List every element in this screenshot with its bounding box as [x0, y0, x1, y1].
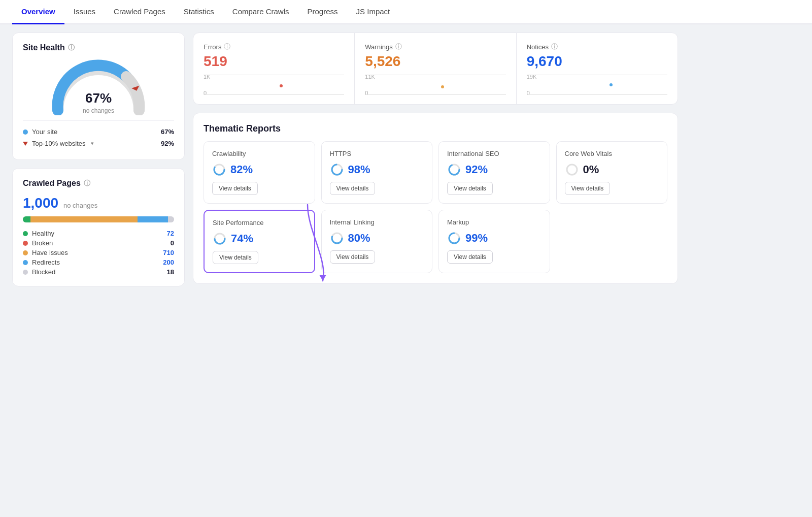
stat-notices: Notices ⓘ 9,670 19K 0 [517, 33, 678, 104]
main-layout: Site Health ⓘ 67% no changes [0, 24, 690, 295]
errors-dot [280, 84, 283, 87]
international-seo-name: International SEO [447, 150, 542, 157]
errors-value: 519 [204, 53, 344, 70]
core-web-vitals-circle-icon [565, 163, 579, 177]
report-https: HTTPS 98% View details [321, 141, 433, 204]
core-web-vitals-name: Core Web Vitals [565, 150, 659, 157]
top10-triangle-icon [23, 142, 28, 146]
broken-label: Broken [32, 239, 53, 247]
nav-item-progress[interactable]: Progress [298, 0, 347, 24]
markup-view-details[interactable]: View details [447, 250, 493, 264]
internal-linking-score-row: 80% [330, 231, 424, 245]
international-seo-circle-icon [447, 163, 461, 177]
notices-dot [610, 83, 613, 86]
nav-item-statistics[interactable]: Statistics [175, 0, 223, 24]
broken-value: 0 [171, 239, 174, 247]
https-circle-icon [330, 163, 344, 177]
internal-linking-circle-icon [330, 231, 344, 245]
international-seo-view-details[interactable]: View details [447, 182, 493, 195]
site-health-legend: Your site 67% Top-10% websites ▾ 92% [23, 120, 174, 149]
https-view-details[interactable]: View details [330, 182, 376, 195]
core-web-vitals-score: 0% [583, 163, 599, 176]
crawled-row-healthy: Healthy 72 [23, 230, 174, 237]
top10-value: 92% [161, 140, 174, 147]
nav-item-crawled-pages[interactable]: Crawled Pages [105, 0, 175, 24]
blocked-label: Blocked [32, 268, 55, 276]
blocked-value: 18 [167, 268, 174, 276]
crawled-legend: Healthy 72 Broken 0 Have issues [23, 230, 174, 276]
healthy-dot [23, 231, 28, 236]
issues-label: Have issues [32, 249, 68, 256]
report-empty-slot [556, 210, 668, 273]
issues-dot [23, 250, 28, 255]
top10-chevron-icon[interactable]: ▾ [91, 140, 94, 147]
markup-score-row: 99% [447, 231, 542, 245]
https-name: HTTPS [330, 150, 424, 157]
nav-item-js-impact[interactable]: JS Impact [347, 0, 399, 24]
warnings-chart: 11K 0 [365, 75, 505, 95]
reports-top-grid: Crawlability 82% View details HTTPS [204, 141, 667, 204]
report-internal-linking: Internal Linking 80% View details [321, 210, 433, 273]
report-markup: Markup 99% View details [438, 210, 550, 273]
errors-info-icon[interactable]: ⓘ [224, 42, 230, 51]
blocked-dot [23, 270, 28, 275]
warnings-line-top [365, 75, 505, 75]
your-site-label: Your site [32, 128, 57, 136]
gauge-container: 67% no changes [23, 59, 174, 115]
report-international-seo: International SEO 92% View details [438, 141, 550, 204]
notices-label: Notices [527, 43, 549, 51]
site-health-info-icon[interactable]: ⓘ [68, 43, 75, 52]
crawled-progress-bar [23, 216, 174, 222]
notices-line-bottom [527, 94, 667, 95]
crawlability-view-details[interactable]: View details [212, 182, 258, 195]
site-performance-circle-icon [213, 232, 227, 246]
internal-linking-name: Internal Linking [330, 218, 424, 226]
redirects-label: Redirects [32, 258, 60, 266]
nav-item-issues[interactable]: Issues [64, 0, 105, 24]
gauge-text: 67% no changes [83, 90, 114, 114]
site-performance-name: Site Performance [213, 219, 306, 227]
core-web-vitals-view-details[interactable]: View details [565, 182, 611, 195]
report-crawlability: Crawlability 82% View details [204, 141, 315, 204]
nav-item-compare-crawls[interactable]: Compare Crawls [223, 0, 298, 24]
stat-warnings: Warnings ⓘ 5,526 11K 0 [355, 33, 516, 104]
crawled-row-blocked: Blocked 18 [23, 268, 174, 276]
crawled-row-redirects: Redirects 200 [23, 258, 174, 266]
thematic-reports-section: Thematic Reports Crawlability 82% View d… [193, 113, 678, 284]
notices-chart: 19K 0 [527, 75, 667, 95]
crawled-row-broken: Broken 0 [23, 239, 174, 247]
report-site-performance: Site Performance 74% View details [204, 210, 315, 273]
site-performance-view-details[interactable]: View details [213, 251, 258, 264]
site-performance-score: 74% [231, 232, 253, 245]
warnings-info-icon[interactable]: ⓘ [395, 42, 402, 51]
errors-chart-bottom: 0 [204, 90, 207, 96]
legend-top10: Top-10% websites ▾ 92% [23, 138, 174, 149]
site-performance-score-row: 74% [213, 232, 306, 246]
nav-item-overview[interactable]: Overview [12, 0, 64, 24]
report-core-web-vitals: Core Web Vitals 0% View details [556, 141, 668, 204]
stat-errors: Errors ⓘ 519 1K 0 [193, 33, 355, 104]
warnings-chart-bottom: 0 [365, 90, 368, 96]
your-site-value: 67% [161, 128, 174, 136]
redirects-dot [23, 260, 28, 265]
errors-chart: 1K 0 [204, 75, 344, 95]
https-score-row: 98% [330, 163, 424, 177]
warnings-dot [441, 85, 444, 88]
site-health-title: Site Health ⓘ [23, 43, 174, 52]
errors-line-top [204, 75, 344, 75]
thematic-reports-title: Thematic Reports [204, 123, 667, 134]
warnings-value: 5,526 [365, 53, 505, 70]
gauge-sub: no changes [83, 107, 114, 114]
internal-linking-view-details[interactable]: View details [330, 250, 376, 264]
crawled-sub: no changes [63, 202, 97, 209]
notices-line-top [527, 75, 667, 75]
markup-score: 99% [465, 232, 488, 245]
crawlability-score: 82% [230, 163, 253, 176]
notices-info-icon[interactable]: ⓘ [551, 42, 558, 51]
notices-value: 9,670 [527, 53, 667, 70]
top10-label: Top-10% websites [32, 140, 86, 147]
site-health-card: Site Health ⓘ 67% no changes [12, 33, 185, 160]
progress-have-issues [30, 216, 138, 222]
crawled-pages-info-icon[interactable]: ⓘ [84, 179, 90, 188]
issues-value: 710 [163, 249, 174, 256]
